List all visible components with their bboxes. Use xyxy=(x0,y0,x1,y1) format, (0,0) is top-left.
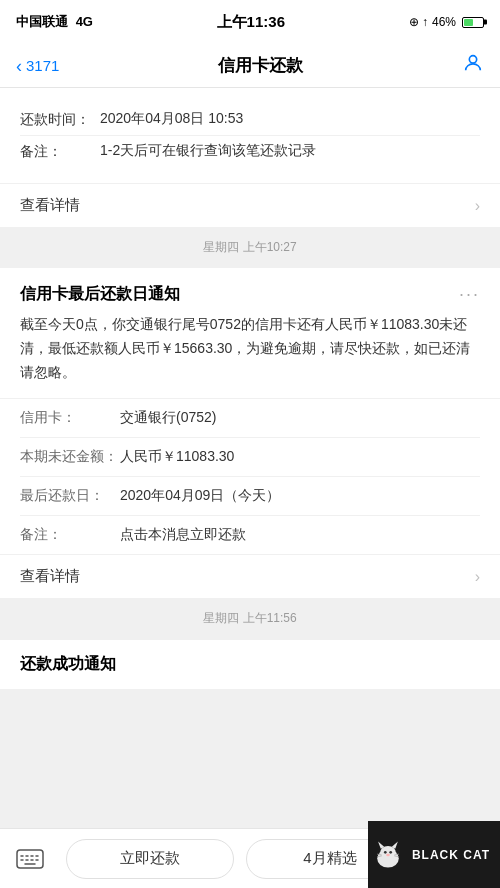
user-icon[interactable] xyxy=(462,52,484,79)
due-date-row: 最后还款日： 2020年04月09日（今天） xyxy=(20,477,480,516)
black-cat-icon xyxy=(370,837,406,873)
svg-point-0 xyxy=(469,56,476,63)
unpaid-amount-value: 人民币￥11083.30 xyxy=(120,448,480,466)
nav-back-button[interactable]: ‹ 3171 xyxy=(16,57,59,75)
repayment-note-label: 备注： xyxy=(20,142,100,161)
repayment-note-value: 1-2天后可在银行查询该笔还款记录 xyxy=(100,142,480,160)
repayment-time-label: 还款时间： xyxy=(20,110,100,129)
first-view-details-label: 查看详情 xyxy=(20,196,80,215)
page-title: 信用卡还款 xyxy=(218,54,303,77)
svg-point-12 xyxy=(380,846,396,860)
unpaid-amount-label: 本期未还金额： xyxy=(20,448,120,466)
notification-view-details-chevron-icon: › xyxy=(475,568,480,586)
status-bar: 中国联通 4G 上午11:36 ⊕ ↑ 46% xyxy=(0,0,500,44)
notification-more-icon[interactable]: ··· xyxy=(459,284,480,305)
battery-percent: 46% xyxy=(432,15,456,29)
main-content: 还款时间： 2020年04月08日 10:53 备注： 1-2天后可在银行查询该… xyxy=(0,88,500,749)
notification-header: 信用卡最后还款日通知 ··· xyxy=(0,268,500,313)
credit-card-value: 交通银行(0752) xyxy=(120,409,480,427)
repayment-time-value: 2020年04月08日 10:53 xyxy=(100,110,480,128)
status-icons: ⊕ ↑ 46% xyxy=(409,15,484,29)
svg-point-16 xyxy=(389,850,392,853)
unpaid-amount-row: 本期未还金额： 人民币￥11083.30 xyxy=(20,438,480,477)
black-cat-label: BLACK CAT xyxy=(412,848,490,862)
due-date-label: 最后还款日： xyxy=(20,487,120,505)
first-view-details-chevron-icon: › xyxy=(475,197,480,215)
status-time: 上午11:36 xyxy=(217,13,285,32)
immediate-repayment-button[interactable]: 立即还款 xyxy=(66,839,234,879)
partial-card-title: 还款成功通知 xyxy=(20,655,116,672)
due-date-value: 2020年04月09日（今天） xyxy=(120,487,480,505)
first-card-view-details[interactable]: 查看详情 › xyxy=(0,184,500,227)
black-cat-watermark: BLACK CAT xyxy=(368,821,500,888)
notification-title: 信用卡最后还款日通知 xyxy=(20,284,180,305)
notification-view-details[interactable]: 查看详情 › xyxy=(0,555,500,598)
svg-point-17 xyxy=(386,853,390,856)
nav-bar: ‹ 3171 信用卡还款 xyxy=(0,44,500,88)
svg-rect-1 xyxy=(17,850,43,868)
svg-point-15 xyxy=(384,850,387,853)
time-divider-1: 星期四 上午10:27 xyxy=(0,227,500,268)
note-row: 备注： 点击本消息立即还款 xyxy=(20,516,480,554)
note-label: 备注： xyxy=(20,526,120,544)
back-label: 3171 xyxy=(26,57,59,74)
notification-card: 信用卡最后还款日通知 ··· 截至今天0点，你交通银行尾号0752的信用卡还有人… xyxy=(0,268,500,554)
repayment-note-row: 备注： 1-2天后可在银行查询该笔还款记录 xyxy=(20,136,480,167)
notification-view-details-label: 查看详情 xyxy=(20,567,80,586)
keyboard-button[interactable] xyxy=(0,849,60,869)
notification-info-section: 信用卡： 交通银行(0752) 本期未还金额： 人民币￥11083.30 最后还… xyxy=(0,398,500,554)
back-chevron-icon: ‹ xyxy=(16,57,22,75)
notification-body-text: 截至今天0点，你交通银行尾号0752的信用卡还有人民币￥11083.30未还清，… xyxy=(0,313,500,398)
carrier-info: 中国联通 4G xyxy=(16,13,93,31)
repayment-time-row: 还款时间： 2020年04月08日 10:53 xyxy=(20,104,480,136)
partial-success-card: 还款成功通知 xyxy=(0,640,500,689)
time-divider-2: 星期四 上午11:56 xyxy=(0,598,500,639)
note-value: 点击本消息立即还款 xyxy=(120,526,480,544)
repayment-info-card: 还款时间： 2020年04月08日 10:53 备注： 1-2天后可在银行查询该… xyxy=(0,88,500,183)
credit-card-label: 信用卡： xyxy=(20,409,120,427)
location-icon: ⊕ ↑ xyxy=(409,15,428,29)
battery-icon xyxy=(462,17,484,28)
credit-card-row: 信用卡： 交通银行(0752) xyxy=(20,399,480,438)
